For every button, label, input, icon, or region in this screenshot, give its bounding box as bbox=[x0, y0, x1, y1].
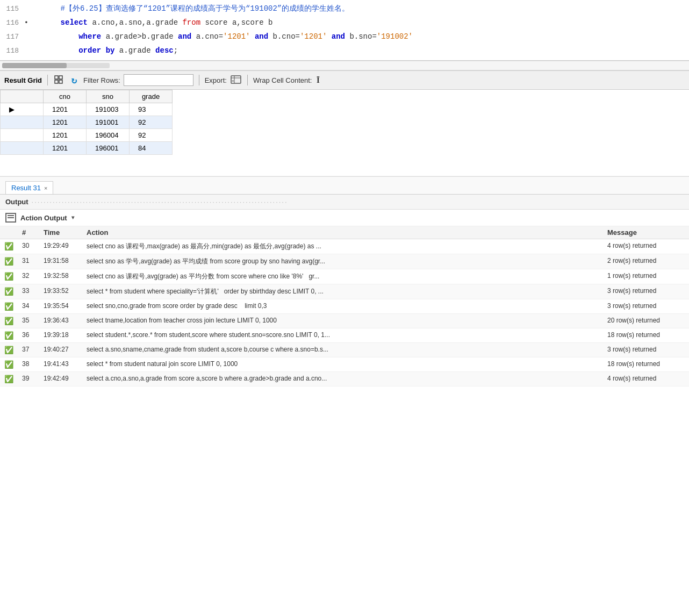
row-indicator-cell bbox=[1, 142, 44, 155]
line-content: #【外6.25】查询选修了“1201”课程的成绩高于学号为“191002”的成绩… bbox=[32, 3, 689, 15]
line-content: where a.grade>b.grade and a.cno='1201' a… bbox=[32, 31, 689, 42]
horizontal-scrollbar[interactable] bbox=[0, 61, 689, 70]
row-indicator-cell bbox=[1, 116, 44, 129]
line-content: select a.cno,a.sno,a.grade from score a,… bbox=[32, 17, 689, 28]
cell-cno: 1201 bbox=[44, 129, 87, 142]
log-num: 32 bbox=[18, 269, 39, 284]
log-time: 19:29:49 bbox=[39, 239, 82, 254]
cell-sno: 191001 bbox=[87, 116, 130, 129]
status-icon-cell: ✅ bbox=[0, 343, 18, 357]
cell-cno: 1201 bbox=[44, 142, 87, 155]
status-icon-cell: ✅ bbox=[0, 357, 18, 372]
action-log-row: ✅3619:39:18select student.*,score.* from… bbox=[0, 328, 689, 343]
log-message: 4 row(s) returned bbox=[603, 372, 689, 386]
action-output-dropdown[interactable]: ▼ bbox=[71, 215, 75, 221]
status-ok-icon: ✅ bbox=[4, 375, 13, 383]
line-number: 116 bbox=[0, 19, 24, 27]
status-icon-cell: ✅ bbox=[0, 314, 18, 328]
cell-sno: 196004 bbox=[87, 129, 130, 142]
log-num: 33 bbox=[18, 284, 39, 299]
table-row: ▶120119100393 bbox=[1, 103, 173, 116]
cell-grade: 92 bbox=[130, 129, 173, 142]
refresh-icon[interactable]: ↻ bbox=[68, 74, 80, 86]
code-line-118: 118 order by a.grade desc; bbox=[0, 44, 689, 58]
line-number: 115 bbox=[0, 5, 24, 13]
table-row: 120119600492 bbox=[1, 129, 173, 142]
log-message: 20 row(s) returned bbox=[603, 314, 689, 328]
result-grid-toolbar: Result Grid ↻ Filter Rows: Export: ≡ Wra… bbox=[0, 70, 689, 90]
action-output-toolbar: Action Output ▼ bbox=[0, 210, 689, 226]
action-log-row: ✅3119:31:58select sno as 学号,avg(grade) a… bbox=[0, 254, 689, 269]
line-number: 118 bbox=[0, 47, 24, 55]
line-content: order by a.grade desc; bbox=[32, 45, 689, 56]
cell-grade: 92 bbox=[130, 116, 173, 129]
status-ok-icon: ✅ bbox=[4, 242, 13, 250]
status-ok-icon: ✅ bbox=[4, 317, 13, 325]
scroll-thumb[interactable] bbox=[2, 63, 67, 68]
status-icon-cell: ✅ bbox=[0, 269, 18, 284]
cell-sno: 191003 bbox=[87, 103, 130, 116]
log-action: select * from student natural join score… bbox=[82, 357, 603, 372]
col-header-num: # bbox=[18, 226, 39, 239]
action-log-row: ✅3819:41:43select * from student natural… bbox=[0, 357, 689, 372]
result-31-tab[interactable]: Result 31 × bbox=[5, 181, 53, 194]
col-header-grade: grade bbox=[130, 90, 173, 103]
action-log-row: ✅3019:29:49select cno as 课程号,max(grade) … bbox=[0, 239, 689, 254]
status-icon-cell: ✅ bbox=[0, 328, 18, 343]
code-editor: 115 #【外6.25】查询选修了“1201”课程的成绩高于学号为“191002… bbox=[0, 0, 689, 61]
log-action: select student.*,score.* from student,sc… bbox=[82, 328, 603, 343]
log-time: 19:35:54 bbox=[39, 299, 82, 314]
action-log-row: ✅3319:33:52select * from student where s… bbox=[0, 284, 689, 299]
log-message: 1 row(s) returned bbox=[603, 269, 689, 284]
status-ok-icon: ✅ bbox=[4, 331, 13, 340]
filter-rows-input[interactable] bbox=[124, 74, 193, 86]
log-num: 31 bbox=[18, 254, 39, 269]
col-header-sno: sno bbox=[87, 90, 130, 103]
toolbar-separator-3 bbox=[247, 75, 248, 85]
status-ok-icon: ✅ bbox=[4, 272, 13, 281]
status-ok-icon: ✅ bbox=[4, 287, 13, 296]
row-indicator-cell: ▶ bbox=[1, 103, 44, 116]
log-action: select cno as 课程号,max(grade) as 最高分,min(… bbox=[82, 239, 603, 254]
status-ok-icon: ✅ bbox=[4, 302, 13, 311]
action-log-row: ✅3919:42:49select a.cno,a.sno,a.grade fr… bbox=[0, 372, 689, 386]
log-num: 34 bbox=[18, 299, 39, 314]
result-grid-label: Result Grid bbox=[4, 76, 42, 84]
cell-grade: 93 bbox=[130, 103, 173, 116]
scroll-track[interactable] bbox=[2, 63, 110, 68]
data-table-container: cno sno grade ▶1201191003931201191001921… bbox=[0, 90, 689, 155]
line-number: 117 bbox=[0, 33, 24, 41]
svg-rect-3 bbox=[59, 80, 62, 83]
status-icon-cell: ✅ bbox=[0, 299, 18, 314]
log-action: select sno as 学号,avg(grade) as 平均成绩 from… bbox=[82, 254, 603, 269]
log-message: 3 row(s) returned bbox=[603, 343, 689, 357]
output-section: Output ·································… bbox=[0, 194, 689, 386]
svg-rect-0 bbox=[55, 76, 58, 79]
toolbar-separator-1 bbox=[47, 75, 48, 85]
grid-view-icon[interactable] bbox=[53, 74, 65, 86]
output-header: Output ·································… bbox=[0, 195, 689, 210]
log-message: 3 row(s) returned bbox=[603, 284, 689, 299]
log-message: 4 row(s) returned bbox=[603, 239, 689, 254]
table-row: 120119100192 bbox=[1, 116, 173, 129]
wrap-content-icon[interactable]: Ī bbox=[315, 74, 327, 86]
export-icon[interactable]: ≡ bbox=[230, 74, 242, 86]
log-num: 39 bbox=[18, 372, 39, 386]
log-num: 35 bbox=[18, 314, 39, 328]
output-title: Output bbox=[5, 198, 28, 206]
result-data-table: cno sno grade ▶1201191003931201191001921… bbox=[0, 90, 173, 155]
log-time: 19:32:58 bbox=[39, 269, 82, 284]
log-num: 30 bbox=[18, 239, 39, 254]
log-time: 19:40:27 bbox=[39, 343, 82, 357]
result-tab-label: Result 31 bbox=[11, 184, 41, 192]
code-line-116: 116• select a.cno,a.sno,a.grade from sco… bbox=[0, 16, 689, 30]
result-tab-area: Result 31 × bbox=[0, 176, 689, 194]
svg-rect-1 bbox=[59, 76, 62, 79]
status-icon-cell: ✅ bbox=[0, 284, 18, 299]
cell-sno: 196001 bbox=[87, 142, 130, 155]
action-log-row: ✅3519:36:43select tname,location from te… bbox=[0, 314, 689, 328]
log-action: select cno as 课程号,avg(grade) as 平均分数 fro… bbox=[82, 269, 603, 284]
tab-close-button[interactable]: × bbox=[44, 185, 47, 191]
log-message: 18 row(s) returned bbox=[603, 357, 689, 372]
log-num: 36 bbox=[18, 328, 39, 343]
